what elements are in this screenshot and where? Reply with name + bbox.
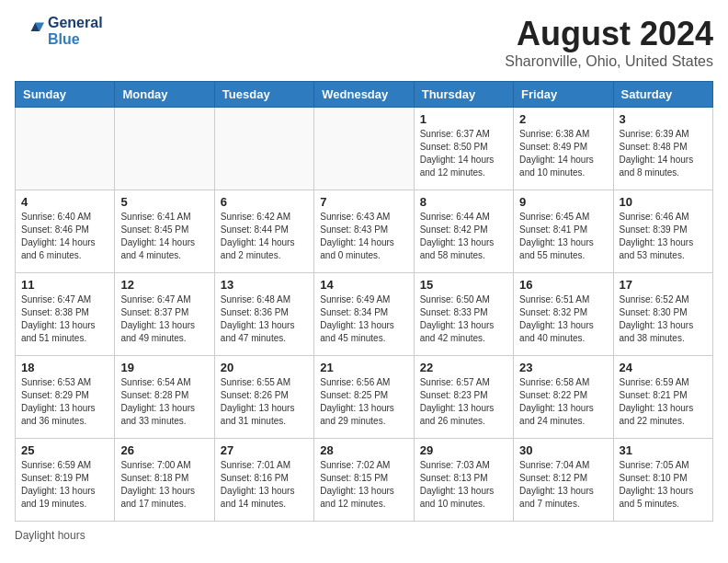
header: General Blue August 2024 Sharonville, Oh… bbox=[15, 15, 713, 70]
calendar-cell: 11Sunrise: 6:47 AMSunset: 8:38 PMDayligh… bbox=[16, 273, 115, 356]
day-number: 30 bbox=[519, 443, 607, 457]
day-number: 29 bbox=[420, 443, 507, 457]
day-info: Sunrise: 6:44 AMSunset: 8:42 PMDaylight:… bbox=[420, 211, 507, 262]
calendar-cell: 3Sunrise: 6:39 AMSunset: 8:48 PMDaylight… bbox=[613, 108, 712, 190]
calendar-cell: 17Sunrise: 6:52 AMSunset: 8:30 PMDayligh… bbox=[613, 273, 712, 356]
calendar-cell: 15Sunrise: 6:50 AMSunset: 8:33 PMDayligh… bbox=[414, 273, 513, 356]
day-info: Sunrise: 6:50 AMSunset: 8:33 PMDaylight:… bbox=[420, 293, 507, 345]
day-number: 3 bbox=[620, 112, 707, 126]
day-info: Sunrise: 6:45 AMSunset: 8:41 PMDaylight:… bbox=[519, 211, 607, 262]
day-info: Sunrise: 6:55 AMSunset: 8:26 PMDaylight:… bbox=[221, 376, 308, 428]
calendar-cell: 5Sunrise: 6:41 AMSunset: 8:45 PMDaylight… bbox=[115, 190, 214, 273]
calendar-cell: 29Sunrise: 7:03 AMSunset: 8:13 PMDayligh… bbox=[414, 439, 513, 522]
day-number: 23 bbox=[519, 361, 607, 374]
calendar-cell: 31Sunrise: 7:05 AMSunset: 8:10 PMDayligh… bbox=[613, 439, 712, 522]
calendar-cell: 28Sunrise: 7:02 AMSunset: 8:15 PMDayligh… bbox=[314, 439, 414, 522]
day-info: Sunrise: 7:04 AMSunset: 8:12 PMDaylight:… bbox=[519, 459, 607, 511]
calendar-cell bbox=[16, 108, 115, 190]
day-info: Sunrise: 6:39 AMSunset: 8:48 PMDaylight:… bbox=[620, 128, 707, 179]
day-number: 20 bbox=[221, 361, 308, 374]
day-number: 22 bbox=[420, 361, 507, 374]
calendar-cell: 12Sunrise: 6:47 AMSunset: 8:37 PMDayligh… bbox=[115, 273, 214, 356]
day-info: Sunrise: 6:57 AMSunset: 8:23 PMDaylight:… bbox=[420, 376, 507, 428]
day-info: Sunrise: 7:05 AMSunset: 8:10 PMDaylight:… bbox=[620, 459, 707, 511]
day-number: 31 bbox=[620, 443, 707, 457]
day-info: Sunrise: 6:41 AMSunset: 8:45 PMDaylight:… bbox=[120, 211, 208, 262]
logo-text-blue: Blue bbox=[48, 31, 103, 48]
logo-icon bbox=[15, 17, 44, 46]
day-number: 28 bbox=[320, 443, 407, 457]
calendar-cell: 8Sunrise: 6:44 AMSunset: 8:42 PMDaylight… bbox=[414, 190, 513, 273]
day-info: Sunrise: 6:48 AMSunset: 8:36 PMDaylight:… bbox=[221, 293, 308, 345]
calendar-cell: 30Sunrise: 7:04 AMSunset: 8:12 PMDayligh… bbox=[514, 439, 613, 522]
day-info: Sunrise: 6:59 AMSunset: 8:21 PMDaylight:… bbox=[620, 376, 707, 428]
calendar-cell: 25Sunrise: 6:59 AMSunset: 8:19 PMDayligh… bbox=[16, 439, 115, 522]
main-title: August 2024 bbox=[505, 15, 713, 53]
calendar-cell: 20Sunrise: 6:55 AMSunset: 8:26 PMDayligh… bbox=[214, 356, 313, 439]
day-number: 17 bbox=[620, 278, 707, 292]
day-number: 25 bbox=[21, 443, 108, 457]
calendar-cell: 6Sunrise: 6:42 AMSunset: 8:44 PMDaylight… bbox=[214, 190, 313, 273]
day-info: Sunrise: 6:59 AMSunset: 8:19 PMDaylight:… bbox=[21, 459, 108, 511]
subtitle: Sharonville, Ohio, United States bbox=[505, 53, 713, 70]
calendar-cell: 16Sunrise: 6:51 AMSunset: 8:32 PMDayligh… bbox=[514, 273, 613, 356]
weekday-header-monday: Monday bbox=[115, 82, 214, 108]
day-number: 2 bbox=[519, 112, 607, 126]
day-number: 13 bbox=[221, 278, 308, 292]
calendar-cell: 7Sunrise: 6:43 AMSunset: 8:43 PMDaylight… bbox=[314, 190, 414, 273]
day-info: Sunrise: 6:52 AMSunset: 8:30 PMDaylight:… bbox=[620, 293, 707, 345]
day-info: Sunrise: 7:01 AMSunset: 8:16 PMDaylight:… bbox=[221, 459, 308, 511]
week-row-5: 25Sunrise: 6:59 AMSunset: 8:19 PMDayligh… bbox=[16, 439, 713, 522]
day-number: 18 bbox=[21, 361, 108, 374]
day-info: Sunrise: 6:38 AMSunset: 8:49 PMDaylight:… bbox=[519, 128, 607, 179]
day-number: 7 bbox=[320, 195, 407, 209]
day-number: 10 bbox=[620, 195, 707, 209]
day-number: 1 bbox=[420, 112, 507, 126]
day-info: Sunrise: 7:00 AMSunset: 8:18 PMDaylight:… bbox=[120, 459, 208, 511]
day-info: Sunrise: 6:54 AMSunset: 8:28 PMDaylight:… bbox=[120, 376, 208, 428]
week-row-3: 11Sunrise: 6:47 AMSunset: 8:38 PMDayligh… bbox=[16, 273, 713, 356]
calendar-cell bbox=[314, 108, 414, 190]
weekday-header-sunday: Sunday bbox=[16, 82, 115, 108]
calendar-cell: 21Sunrise: 6:56 AMSunset: 8:25 PMDayligh… bbox=[314, 356, 414, 439]
day-info: Sunrise: 6:47 AMSunset: 8:37 PMDaylight:… bbox=[120, 293, 208, 345]
day-number: 24 bbox=[620, 361, 707, 374]
weekday-header-wednesday: Wednesday bbox=[314, 82, 414, 108]
logo: General Blue bbox=[15, 15, 103, 48]
calendar-cell: 18Sunrise: 6:53 AMSunset: 8:29 PMDayligh… bbox=[16, 356, 115, 439]
day-number: 19 bbox=[120, 361, 208, 374]
week-row-1: 1Sunrise: 6:37 AMSunset: 8:50 PMDaylight… bbox=[16, 108, 713, 190]
day-number: 12 bbox=[120, 278, 208, 292]
day-info: Sunrise: 6:53 AMSunset: 8:29 PMDaylight:… bbox=[21, 376, 108, 428]
day-info: Sunrise: 6:43 AMSunset: 8:43 PMDaylight:… bbox=[320, 211, 407, 262]
weekday-header-tuesday: Tuesday bbox=[214, 82, 313, 108]
calendar-cell: 22Sunrise: 6:57 AMSunset: 8:23 PMDayligh… bbox=[414, 356, 513, 439]
calendar-cell: 26Sunrise: 7:00 AMSunset: 8:18 PMDayligh… bbox=[115, 439, 214, 522]
day-number: 21 bbox=[320, 361, 407, 374]
day-info: Sunrise: 7:03 AMSunset: 8:13 PMDaylight:… bbox=[420, 459, 507, 511]
day-info: Sunrise: 6:40 AMSunset: 8:46 PMDaylight:… bbox=[21, 211, 108, 262]
day-number: 4 bbox=[21, 195, 108, 209]
calendar-cell: 10Sunrise: 6:46 AMSunset: 8:39 PMDayligh… bbox=[613, 190, 712, 273]
day-info: Sunrise: 6:47 AMSunset: 8:38 PMDaylight:… bbox=[21, 293, 108, 345]
week-row-4: 18Sunrise: 6:53 AMSunset: 8:29 PMDayligh… bbox=[16, 356, 713, 439]
day-number: 6 bbox=[221, 195, 308, 209]
calendar-cell: 19Sunrise: 6:54 AMSunset: 8:28 PMDayligh… bbox=[115, 356, 214, 439]
calendar-cell: 9Sunrise: 6:45 AMSunset: 8:41 PMDaylight… bbox=[514, 190, 613, 273]
title-area: August 2024 Sharonville, Ohio, United St… bbox=[505, 15, 713, 70]
weekday-header-saturday: Saturday bbox=[613, 82, 712, 108]
calendar: SundayMondayTuesdayWednesdayThursdayFrid… bbox=[15, 81, 713, 522]
day-info: Sunrise: 6:37 AMSunset: 8:50 PMDaylight:… bbox=[420, 128, 507, 179]
day-number: 27 bbox=[221, 443, 308, 457]
calendar-cell bbox=[115, 108, 214, 190]
day-number: 26 bbox=[120, 443, 208, 457]
day-number: 15 bbox=[420, 278, 507, 292]
day-number: 8 bbox=[420, 195, 507, 209]
day-number: 11 bbox=[21, 278, 108, 292]
calendar-cell: 23Sunrise: 6:58 AMSunset: 8:22 PMDayligh… bbox=[514, 356, 613, 439]
weekday-header-friday: Friday bbox=[514, 82, 613, 108]
calendar-cell: 13Sunrise: 6:48 AMSunset: 8:36 PMDayligh… bbox=[214, 273, 313, 356]
day-number: 16 bbox=[519, 278, 607, 292]
day-number: 9 bbox=[519, 195, 607, 209]
week-row-2: 4Sunrise: 6:40 AMSunset: 8:46 PMDaylight… bbox=[16, 190, 713, 273]
